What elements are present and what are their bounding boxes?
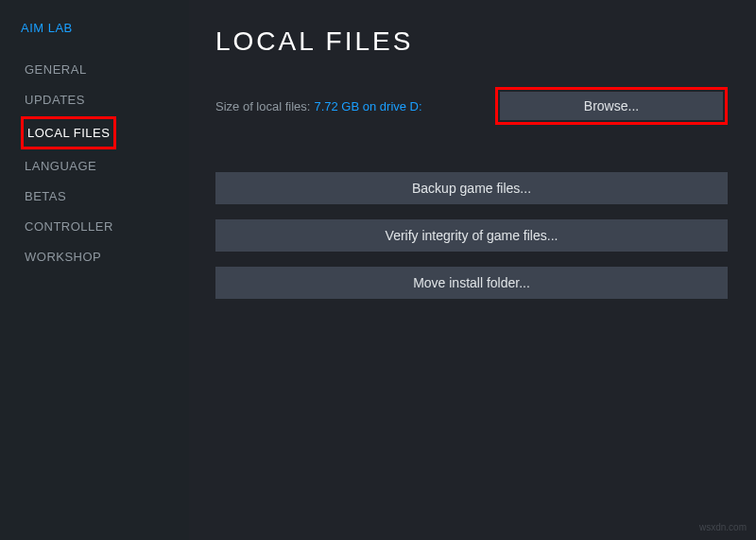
sidebar-item-general[interactable]: GENERAL	[21, 56, 91, 83]
properties-window: AIM LAB GENERAL UPDATES LOCAL FILES LANG…	[0, 0, 756, 540]
browse-button[interactable]: Browse...	[500, 92, 723, 120]
sidebar-item-controller[interactable]: CONTROLLER	[21, 213, 117, 240]
watermark: wsxdn.com	[699, 522, 747, 532]
sidebar: AIM LAB GENERAL UPDATES LOCAL FILES LANG…	[0, 0, 189, 540]
backup-game-files-button[interactable]: Backup game files...	[215, 172, 728, 204]
action-group: Backup game files... Verify integrity of…	[215, 172, 728, 299]
sidebar-item-workshop[interactable]: WORKSHOP	[21, 243, 105, 270]
highlight-local-files: LOCAL FILES	[21, 116, 116, 149]
sidebar-item-betas[interactable]: BETAS	[21, 183, 70, 210]
verify-integrity-button[interactable]: Verify integrity of game files...	[215, 219, 728, 252]
highlight-browse: Browse...	[495, 87, 728, 125]
move-install-folder-button[interactable]: Move install folder...	[215, 267, 728, 299]
size-label: Size of local files:	[215, 99, 310, 113]
main-panel: LOCAL FILES Size of local files: 7.72 GB…	[189, 0, 756, 540]
page-title: LOCAL FILES	[215, 26, 728, 57]
sidebar-item-local-files[interactable]: LOCAL FILES	[24, 119, 113, 147]
sidebar-item-language[interactable]: LANGUAGE	[21, 152, 100, 180]
sidebar-item-updates[interactable]: UPDATES	[21, 86, 89, 113]
size-value: 7.72 GB on drive D:	[314, 99, 421, 113]
app-title: AIM LAB	[21, 21, 189, 35]
size-row: Size of local files: 7.72 GB on drive D:…	[215, 87, 728, 125]
